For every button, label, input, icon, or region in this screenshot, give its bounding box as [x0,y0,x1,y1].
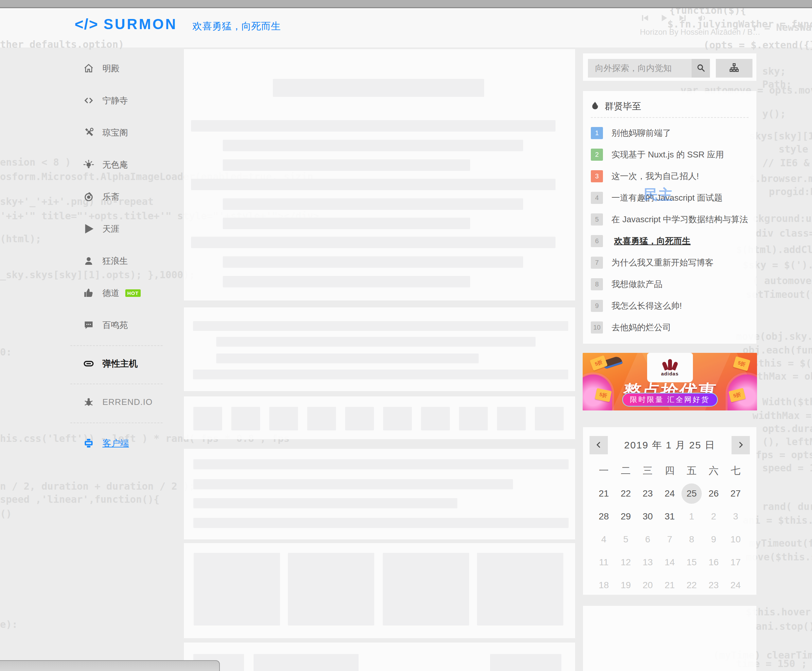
calendar-day[interactable]: 5 [615,528,637,551]
skeleton-line [191,237,555,248]
sidebar-item-hosting[interactable]: 弹性主机 [83,354,181,373]
calendar-day[interactable]: 15 [681,551,703,574]
calendar-day[interactable]: 21 [593,482,615,505]
code-icon [83,95,95,106]
sidebar-item-baimingyuan[interactable]: 百鸣苑 [83,309,181,341]
calendar-day[interactable]: 14 [659,551,681,574]
calendar-day[interactable]: 10 [725,528,747,551]
calendar-day[interactable]: 30 [637,505,659,528]
sidebar-item-wuseian[interactable]: 无色庵 [83,148,181,181]
search-button[interactable] [691,59,710,78]
skeleton-block [231,407,260,431]
calendar-day[interactable]: 3 [725,505,747,528]
sidebar-divider [70,422,163,423]
skeleton-line [223,140,523,151]
volume-icon[interactable] [697,13,707,23]
calendar-day[interactable]: 26 [703,482,725,505]
rank-badge: 4 [591,192,603,204]
site-logo[interactable]: </> SURMON [75,15,177,33]
calendar-next-button[interactable] [732,436,750,454]
music-icon [83,191,95,202]
calendar-day[interactable]: 7 [659,528,681,551]
calendar-day[interactable]: 11 [593,551,615,574]
calendar-day[interactable]: 1 [681,505,703,528]
calendar-day[interactable]: 2 [703,505,725,528]
article-skeleton-card [184,307,575,391]
hot-articles-panel: 群贤毕至 1 别他妈聊前端了 2 实现基于 Nuxt.js 的 SSR 应用 3… [583,91,756,344]
hot-article-item[interactable]: 8 我想做款产品 [591,273,751,295]
sidebar-item-label: 乐斋 [102,191,119,203]
sidebar-item-yuezhai[interactable]: 乐斋 [83,181,181,213]
calendar-day[interactable]: 13 [637,551,659,574]
banner-subline: 限时限量 汇全网好货 [622,393,717,407]
calendar-day[interactable]: 8 [681,528,703,551]
calendar-weekday: 三 [637,459,659,482]
skeleton-line [193,321,568,331]
calendar-day[interactable]: 22 [681,574,703,597]
calendar-day[interactable]: 24 [659,482,681,505]
calendar-day[interactable]: 9 [703,528,725,551]
skeleton-image [477,553,563,625]
calendar-day[interactable]: 12 [615,551,637,574]
calendar-day[interactable]: 6 [637,528,659,551]
skeleton-block [497,407,526,431]
tag-skeleton-card [184,397,575,439]
hot-article-item-current[interactable]: 6 欢喜勇猛，向死而生 [591,230,751,252]
hot-article-item[interactable]: 7 为什么我又重新开始写博客 [591,252,751,273]
sidebar-item-label: 明殿 [102,63,119,74]
skeleton-line [191,120,555,131]
previous-track-icon[interactable] [640,13,650,23]
next-track-icon[interactable] [678,13,688,23]
hot-article-item[interactable]: 1 别他妈聊前端了 [591,122,751,144]
sidebar-item-errend-io[interactable]: ERREND.IO [83,393,181,411]
hot-article-item[interactable]: 9 我怎么长得这么帅! [591,295,751,317]
ad-banner[interactable]: 5折 5折 5折 5折 adidas 整点抢优惠 限时限量 汇全网好货 [583,353,757,410]
calendar-day[interactable]: 23 [703,574,725,597]
tools-icon [83,127,95,138]
sitemap-button[interactable] [716,59,753,78]
play-icon[interactable] [659,13,669,23]
calendar-day[interactable]: 20 [637,574,659,597]
calendar-day[interactable]: 21 [659,574,681,597]
sidebar-item-ningjingsi[interactable]: 宁静寺 [83,84,181,116]
sidebar-item-qiongbaoge[interactable]: 琼宝阁 [83,116,181,148]
calendar-day[interactable]: 19 [615,574,637,597]
calendar-weekday: 四 [659,459,681,482]
sidebar-item-label: 百鸣苑 [102,320,128,331]
flame-icon [591,101,600,112]
rank-badge: 8 [591,278,603,290]
search-input[interactable] [588,59,691,78]
calendar-day[interactable]: 29 [615,505,637,528]
skeleton-line [223,159,470,171]
sidebar-item-tianya[interactable]: 天涯 [83,213,181,245]
calendar-day[interactable]: 27 [725,482,747,505]
top-gray-bar [0,0,812,8]
sidebar-item-kuanglangsheng[interactable]: 狂浪生 [83,245,181,277]
sidebar-item-mingdian[interactable]: 明殿 [83,52,181,84]
sidebar-item-label: 弹性主机 [102,358,138,370]
calendar-day[interactable]: 28 [593,505,615,528]
sidebar-item-label: 宁静寺 [102,95,128,106]
sidebar-item-dedao[interactable]: 德道 HOT [83,277,181,309]
calendar-day[interactable]: 23 [637,482,659,505]
hot-article-item[interactable]: 4 一道有趣的 Javascript 面试题 [591,187,751,208]
calendar-day[interactable]: 22 [615,482,637,505]
calendar-weekday: 一 [593,459,615,482]
calendar-day[interactable]: 24 [725,574,747,597]
hot-article-item[interactable]: 2 实现基于 Nuxt.js 的 SSR 应用 [591,144,751,165]
article-skeleton-card [184,49,575,300]
sidebar-item-app-client[interactable]: 客户端 [83,434,181,452]
skeleton-line [216,354,479,363]
calendar-day[interactable]: 25 [681,482,703,505]
calendar-day[interactable]: 18 [593,574,615,597]
calendar-day[interactable]: 17 [725,551,747,574]
calendar-day[interactable]: 31 [659,505,681,528]
calendar-day[interactable]: 4 [593,528,615,551]
hot-article-item[interactable]: 3 这一次，我为自己招人! [591,165,751,187]
calendar-day[interactable]: 16 [703,551,725,574]
hot-article-item[interactable]: 10 去他妈的烂公司 [591,317,751,338]
skeleton-block [535,407,564,431]
sidebar-item-label: 德道 [102,288,119,299]
hot-article-item[interactable]: 5 在 Javascript 中学习数据结构与算法 [591,208,751,230]
brand-name: adidas [661,371,679,376]
